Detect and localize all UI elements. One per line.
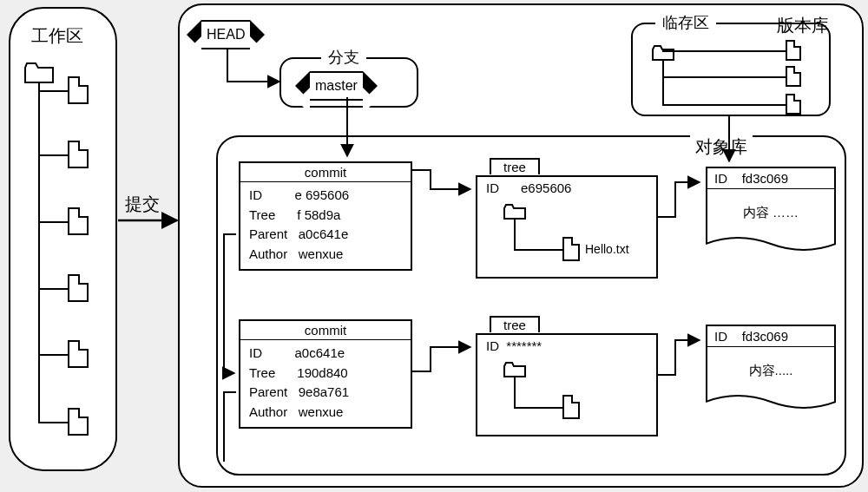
blob-content: 内容..... [749, 363, 793, 377]
commit-header: commit [240, 163, 411, 182]
blob-content: 内容 …… [743, 205, 799, 220]
branch-name: master [315, 78, 358, 94]
tree-box-1: tree ID e695606 Hello.txt [476, 175, 658, 279]
commit-header: commit [240, 321, 411, 340]
branch-master: master [295, 71, 378, 101]
file-icon [68, 76, 89, 104]
object-store-label: 对象库 [690, 135, 753, 159]
file-icon [68, 141, 89, 168]
tree-file-name: Hello.txt [585, 242, 629, 256]
commit-box-1: commit ID e 695606 Tree f 58d9a Parent a… [239, 161, 412, 271]
working-directory-panel: 工作区 [9, 7, 117, 471]
file-icon [786, 94, 801, 115]
head-label: HEAD [207, 27, 245, 43]
working-directory-title: 工作区 [31, 24, 83, 48]
commit-box-2: commit ID a0c641e Tree 190d840 Parent 9e… [239, 319, 412, 429]
staging-label: 临存区 [655, 12, 716, 33]
file-icon [68, 340, 89, 368]
blob-box-1: ID fd3c069 内容 …… [706, 167, 836, 244]
folder-icon [24, 62, 54, 83]
branch-box: 分支 master [279, 57, 418, 108]
submit-label: 提交 [125, 193, 160, 216]
folder-icon [503, 204, 526, 220]
tree-tab: tree [490, 158, 540, 174]
branch-section-label: 分支 [321, 47, 366, 68]
tree-box-2: tree ID ******* [476, 333, 658, 436]
staging-area-box: 临存区 [631, 23, 831, 116]
head-pointer: HEAD [187, 20, 265, 49]
repository-panel: 版本库 HEAD 分支 master 临存区 [178, 3, 864, 488]
tree-connector [38, 83, 40, 423]
folder-icon [503, 362, 526, 377]
file-icon [68, 408, 89, 436]
blob-box-2: ID fd3c069 内容..... [706, 325, 836, 402]
file-icon [786, 40, 801, 61]
file-icon [786, 66, 801, 87]
file-icon [68, 207, 89, 235]
file-icon [562, 237, 580, 261]
object-store-panel: 对象库 commit ID e 695606 Tree f 58d9a Pare… [216, 135, 846, 476]
folder-icon [652, 45, 674, 61]
tree-tab: tree [490, 316, 540, 332]
file-icon [562, 395, 580, 419]
file-icon [68, 274, 89, 302]
